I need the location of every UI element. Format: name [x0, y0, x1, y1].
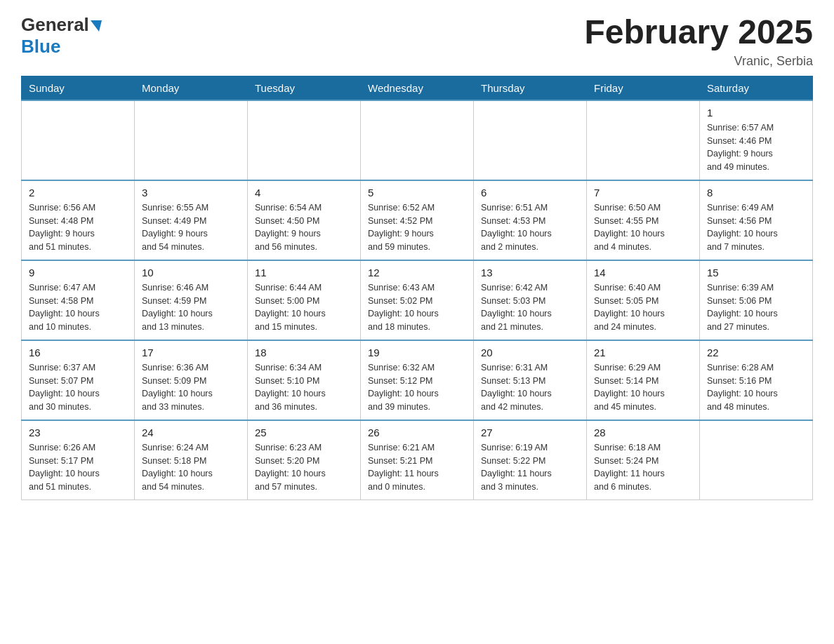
day-number: 24	[142, 427, 240, 438]
calendar-cell: 6Sunrise: 6:51 AM Sunset: 4:53 PM Daylig…	[474, 180, 587, 260]
day-number: 6	[481, 187, 579, 199]
calendar-cell	[361, 100, 474, 180]
day-info: Sunrise: 6:36 AM Sunset: 5:09 PM Dayligh…	[142, 361, 240, 414]
calendar-cell: 16Sunrise: 6:37 AM Sunset: 5:07 PM Dayli…	[22, 340, 135, 420]
calendar-cell: 1Sunrise: 6:57 AM Sunset: 4:46 PM Daylig…	[700, 100, 813, 180]
day-number: 7	[594, 187, 692, 199]
day-info: Sunrise: 6:40 AM Sunset: 5:05 PM Dayligh…	[594, 281, 692, 334]
day-info: Sunrise: 6:18 AM Sunset: 5:24 PM Dayligh…	[594, 441, 692, 494]
day-number: 20	[481, 347, 579, 358]
day-info: Sunrise: 6:46 AM Sunset: 4:59 PM Dayligh…	[142, 281, 240, 334]
day-number: 2	[29, 187, 127, 199]
day-info: Sunrise: 6:43 AM Sunset: 5:02 PM Dayligh…	[368, 281, 466, 334]
calendar-cell: 2Sunrise: 6:56 AM Sunset: 4:48 PM Daylig…	[22, 180, 135, 260]
day-number: 13	[481, 267, 579, 279]
day-number: 27	[481, 427, 579, 438]
calendar-cell: 23Sunrise: 6:26 AM Sunset: 5:17 PM Dayli…	[22, 420, 135, 500]
title-area: February 2025 Vranic, Serbia	[584, 14, 813, 69]
calendar-week-1: 1Sunrise: 6:57 AM Sunset: 4:46 PM Daylig…	[22, 100, 813, 180]
day-number: 25	[255, 427, 353, 438]
day-number: 22	[707, 347, 805, 358]
calendar-cell: 15Sunrise: 6:39 AM Sunset: 5:06 PM Dayli…	[700, 260, 813, 340]
calendar-cell: 19Sunrise: 6:32 AM Sunset: 5:12 PM Dayli…	[361, 340, 474, 420]
calendar-cell: 26Sunrise: 6:21 AM Sunset: 5:21 PM Dayli…	[361, 420, 474, 500]
day-of-week-wednesday: Wednesday	[361, 76, 474, 100]
calendar-cell: 17Sunrise: 6:36 AM Sunset: 5:09 PM Dayli…	[135, 340, 248, 420]
calendar-cell: 12Sunrise: 6:43 AM Sunset: 5:02 PM Dayli…	[361, 260, 474, 340]
day-info: Sunrise: 6:49 AM Sunset: 4:56 PM Dayligh…	[707, 201, 805, 254]
day-info: Sunrise: 6:29 AM Sunset: 5:14 PM Dayligh…	[594, 361, 692, 414]
day-of-week-friday: Friday	[587, 76, 700, 100]
calendar-cell: 3Sunrise: 6:55 AM Sunset: 4:49 PM Daylig…	[135, 180, 248, 260]
day-number: 21	[594, 347, 692, 358]
calendar-cell: 20Sunrise: 6:31 AM Sunset: 5:13 PM Dayli…	[474, 340, 587, 420]
day-info: Sunrise: 6:42 AM Sunset: 5:03 PM Dayligh…	[481, 281, 579, 334]
calendar-cell	[700, 420, 813, 500]
day-info: Sunrise: 6:32 AM Sunset: 5:12 PM Dayligh…	[368, 361, 466, 414]
day-number: 17	[142, 347, 240, 358]
calendar-cell: 13Sunrise: 6:42 AM Sunset: 5:03 PM Dayli…	[474, 260, 587, 340]
day-info: Sunrise: 6:47 AM Sunset: 4:58 PM Dayligh…	[29, 281, 127, 334]
logo-blue-text: Blue	[21, 36, 60, 57]
day-info: Sunrise: 6:24 AM Sunset: 5:18 PM Dayligh…	[142, 441, 240, 494]
day-info: Sunrise: 6:57 AM Sunset: 4:46 PM Dayligh…	[707, 121, 805, 174]
calendar-cell: 22Sunrise: 6:28 AM Sunset: 5:16 PM Dayli…	[700, 340, 813, 420]
calendar-cell: 14Sunrise: 6:40 AM Sunset: 5:05 PM Dayli…	[587, 260, 700, 340]
calendar-cell: 28Sunrise: 6:18 AM Sunset: 5:24 PM Dayli…	[587, 420, 700, 500]
day-of-week-sunday: Sunday	[22, 76, 135, 100]
day-number: 1	[707, 107, 805, 119]
calendar-cell: 9Sunrise: 6:47 AM Sunset: 4:58 PM Daylig…	[22, 260, 135, 340]
calendar-cell: 7Sunrise: 6:50 AM Sunset: 4:55 PM Daylig…	[587, 180, 700, 260]
day-number: 10	[142, 267, 240, 279]
calendar-week-4: 16Sunrise: 6:37 AM Sunset: 5:07 PM Dayli…	[22, 340, 813, 420]
calendar-cell: 8Sunrise: 6:49 AM Sunset: 4:56 PM Daylig…	[700, 180, 813, 260]
calendar-week-2: 2Sunrise: 6:56 AM Sunset: 4:48 PM Daylig…	[22, 180, 813, 260]
day-number: 28	[594, 427, 692, 438]
day-number: 14	[594, 267, 692, 279]
day-number: 16	[29, 347, 127, 358]
day-info: Sunrise: 6:52 AM Sunset: 4:52 PM Dayligh…	[368, 201, 466, 254]
day-info: Sunrise: 6:26 AM Sunset: 5:17 PM Dayligh…	[29, 441, 127, 494]
calendar-cell: 24Sunrise: 6:24 AM Sunset: 5:18 PM Dayli…	[135, 420, 248, 500]
day-info: Sunrise: 6:54 AM Sunset: 4:50 PM Dayligh…	[255, 201, 353, 254]
day-number: 5	[368, 187, 466, 199]
calendar-week-3: 9Sunrise: 6:47 AM Sunset: 4:58 PM Daylig…	[22, 260, 813, 340]
day-info: Sunrise: 6:31 AM Sunset: 5:13 PM Dayligh…	[481, 361, 579, 414]
day-info: Sunrise: 6:55 AM Sunset: 4:49 PM Dayligh…	[142, 201, 240, 254]
calendar-cell	[248, 100, 361, 180]
day-info: Sunrise: 6:50 AM Sunset: 4:55 PM Dayligh…	[594, 201, 692, 254]
calendar-cell: 5Sunrise: 6:52 AM Sunset: 4:52 PM Daylig…	[361, 180, 474, 260]
day-number: 8	[707, 187, 805, 199]
calendar-cell	[587, 100, 700, 180]
day-info: Sunrise: 6:44 AM Sunset: 5:00 PM Dayligh…	[255, 281, 353, 334]
day-number: 23	[29, 427, 127, 438]
day-info: Sunrise: 6:37 AM Sunset: 5:07 PM Dayligh…	[29, 361, 127, 414]
day-info: Sunrise: 6:34 AM Sunset: 5:10 PM Dayligh…	[255, 361, 353, 414]
calendar-cell: 25Sunrise: 6:23 AM Sunset: 5:20 PM Dayli…	[248, 420, 361, 500]
day-of-week-tuesday: Tuesday	[248, 76, 361, 100]
calendar-cell	[135, 100, 248, 180]
day-info: Sunrise: 6:39 AM Sunset: 5:06 PM Dayligh…	[707, 281, 805, 334]
calendar-week-5: 23Sunrise: 6:26 AM Sunset: 5:17 PM Dayli…	[22, 420, 813, 500]
day-info: Sunrise: 6:56 AM Sunset: 4:48 PM Dayligh…	[29, 201, 127, 254]
calendar-cell: 18Sunrise: 6:34 AM Sunset: 5:10 PM Dayli…	[248, 340, 361, 420]
day-info: Sunrise: 6:23 AM Sunset: 5:20 PM Dayligh…	[255, 441, 353, 494]
day-of-week-monday: Monday	[135, 76, 248, 100]
day-info: Sunrise: 6:51 AM Sunset: 4:53 PM Dayligh…	[481, 201, 579, 254]
day-info: Sunrise: 6:28 AM Sunset: 5:16 PM Dayligh…	[707, 361, 805, 414]
calendar-cell: 10Sunrise: 6:46 AM Sunset: 4:59 PM Dayli…	[135, 260, 248, 340]
calendar-cell	[22, 100, 135, 180]
calendar-cell: 11Sunrise: 6:44 AM Sunset: 5:00 PM Dayli…	[248, 260, 361, 340]
day-info: Sunrise: 6:19 AM Sunset: 5:22 PM Dayligh…	[481, 441, 579, 494]
calendar-cell: 21Sunrise: 6:29 AM Sunset: 5:14 PM Dayli…	[587, 340, 700, 420]
page-header: General Blue February 2025 Vranic, Serbi…	[21, 14, 813, 69]
month-title: February 2025	[584, 14, 813, 51]
calendar-cell: 27Sunrise: 6:19 AM Sunset: 5:22 PM Dayli…	[474, 420, 587, 500]
day-number: 19	[368, 347, 466, 358]
day-of-week-saturday: Saturday	[700, 76, 813, 100]
day-number: 15	[707, 267, 805, 279]
day-number: 4	[255, 187, 353, 199]
day-of-week-thursday: Thursday	[474, 76, 587, 100]
calendar-header-row: SundayMondayTuesdayWednesdayThursdayFrid…	[22, 76, 813, 100]
calendar-cell: 4Sunrise: 6:54 AM Sunset: 4:50 PM Daylig…	[248, 180, 361, 260]
